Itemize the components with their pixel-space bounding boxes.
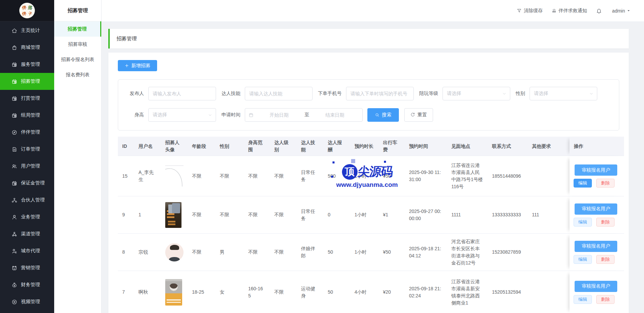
user-icon (12, 214, 17, 220)
row-action-group: 编辑 删除 (574, 255, 615, 264)
delete-button[interactable]: 删除 (596, 295, 615, 304)
gender-label: 性别 (516, 91, 525, 97)
sidebar-item-label: 商城管理 (21, 44, 40, 51)
sidebar-item-business[interactable]: 业务管理 (0, 209, 54, 226)
avatar-image (165, 202, 181, 228)
cell-location: 1111 (447, 196, 488, 233)
cell-contact: 15230827859 (488, 234, 528, 271)
sos-notification-button[interactable]: 伴伴求救通知 (552, 8, 587, 14)
gender-select[interactable]: 请选择 (530, 87, 597, 100)
content-card: 新增招募 发布人 达人技能 下单手机号 (108, 53, 629, 313)
agent-icon (12, 248, 17, 254)
topbar: 清除缓存 伴伴求救通知 admin (102, 0, 644, 21)
sidebar-item-label: 服务管理 (21, 61, 40, 67)
submenu-item-recruit-manage[interactable]: 招募管理 (54, 21, 101, 37)
delete-button[interactable]: 删除 (596, 179, 615, 188)
sidebar-item-city-agent[interactable]: 城市代理 (0, 242, 54, 259)
companion-level-label: 陪玩等级 (419, 91, 438, 97)
delete-button[interactable]: 删除 (596, 255, 615, 264)
audit-button[interactable]: 审核报名用户 (575, 281, 617, 292)
home-icon (12, 28, 17, 34)
sidebar-item-user[interactable]: 用户管理 (0, 158, 54, 175)
order-phone-label: 下单手机号 (318, 91, 342, 97)
sidebar-item-recruit[interactable]: 招募管理 (0, 73, 54, 90)
sidebar-item-mall[interactable]: 商城管理 (0, 39, 54, 56)
col-contact: 联系方式 (488, 137, 528, 156)
cell-actions: 审核报名用户 编辑 删除 (570, 196, 623, 233)
admin-username: admin (612, 8, 625, 14)
clear-cache-label: 清除缓存 (524, 8, 543, 14)
sidebar-item-deposit[interactable]: 保证金管理 (0, 175, 54, 192)
edit-button[interactable]: 编辑 (574, 295, 592, 304)
col-gender: 性别 (215, 137, 244, 156)
sidebar-item-order[interactable]: 订单管理 (0, 141, 54, 158)
cell-other (528, 156, 570, 196)
skill-input[interactable] (245, 87, 313, 100)
cell-fare: ¥50 (379, 234, 405, 271)
edit-button[interactable]: 编辑 (574, 255, 592, 264)
cell-skill: 运动健身 (297, 271, 323, 313)
audit-button[interactable]: 审核报名用户 (575, 203, 617, 215)
search-button[interactable]: 搜索 (367, 108, 399, 122)
cell-fare: ¥20 (379, 271, 405, 313)
col-time: 预约时间 (405, 137, 447, 156)
reset-button[interactable]: 重置 (404, 108, 433, 122)
filter-height: 身高 请选择 (130, 108, 216, 122)
sidebar-item-label: 主页统计 (21, 27, 40, 34)
cell-fare: ¥50 (379, 156, 405, 196)
compass-icon (12, 130, 17, 135)
height-select[interactable]: 请选择 (148, 108, 216, 122)
cell-gender: 不限 (215, 156, 244, 196)
cell-other (528, 271, 570, 313)
sidebar-item-video[interactable]: 视频管理 (0, 293, 54, 310)
sidebar-item-companion[interactable]: 伴伴管理 (0, 124, 54, 141)
money-bag-icon (12, 282, 17, 288)
admin-dropdown[interactable]: admin (612, 8, 630, 14)
start-date-input[interactable] (255, 112, 303, 118)
cell-actions: 审核报名用户 编辑 删除 (570, 234, 623, 271)
submenu-item-recruit-audit[interactable]: 招募审核 (54, 37, 101, 52)
cell-other (528, 234, 570, 271)
sidebar-item-label: 用户管理 (21, 163, 40, 169)
sidebar-item-channel[interactable]: 渠道管理 (0, 226, 54, 242)
end-date-input[interactable] (311, 112, 359, 118)
cell-avatar (161, 271, 188, 313)
edit-button[interactable]: 编辑 (574, 218, 592, 227)
sidebar-item-reward[interactable]: 打赏管理 (0, 90, 54, 107)
cell-username: 啊秋 (134, 271, 161, 313)
delete-button[interactable]: 删除 (596, 218, 615, 227)
submenu-item-label: 招募管理 (68, 26, 87, 32)
submenu-item-recruit-signup-list[interactable]: 招募令报名列表 (54, 52, 101, 67)
audit-button[interactable]: 审核报名用户 (575, 164, 617, 176)
sidebar-item-group[interactable]: 组局管理 (0, 107, 54, 124)
sidebar-item-home-stats[interactable]: 主页统计 (0, 22, 54, 39)
companion-level-select[interactable]: 请选择 (443, 87, 510, 100)
edit-button[interactable]: 编辑 (574, 179, 592, 188)
col-username: 用户名 (134, 137, 161, 156)
publisher-input[interactable] (148, 87, 216, 100)
cell-gender: 不限 (215, 196, 244, 233)
notification-bell-button[interactable] (596, 8, 602, 14)
cell-contact: 13333333333 (488, 196, 528, 233)
share-network-icon (12, 231, 17, 237)
sidebar-item-service[interactable]: 服务管理 (0, 56, 54, 73)
add-recruit-button[interactable]: 新增招募 (118, 60, 157, 71)
row-action-group: 编辑 删除 (574, 179, 615, 188)
audit-button[interactable]: 审核报名用户 (575, 241, 617, 252)
cell-duration: 1小时 (350, 156, 379, 196)
cell-time: 2025-09-18 21:04:12 (405, 234, 447, 271)
chevron-down-icon (502, 92, 507, 96)
clear-cache-button[interactable]: 清除缓存 (517, 8, 543, 14)
sidebar-item-label: 视频管理 (21, 299, 40, 305)
submenu-item-label: 招募审核 (68, 41, 87, 47)
sidebar-item-marketing[interactable]: 营销管理 (0, 259, 54, 276)
filter-panel: 发布人 达人技能 下单手机号 陪玩等级 (118, 79, 619, 131)
cell-avatar (161, 196, 188, 233)
col-duration: 预约时长 (350, 137, 379, 156)
order-phone-input[interactable] (346, 87, 414, 100)
date-range-picker[interactable]: 至 (245, 108, 363, 122)
submenu-item-signup-fee-list[interactable]: 报名费列表 (54, 67, 101, 82)
sidebar-item-finance[interactable]: 财务管理 (0, 276, 54, 293)
sidebar-item-partner[interactable]: 合伙人管理 (0, 192, 54, 209)
sidebar-item-label: 合伙人管理 (21, 197, 45, 203)
